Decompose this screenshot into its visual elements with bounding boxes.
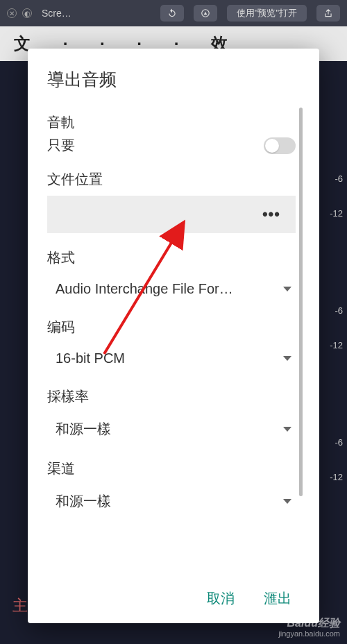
file-location-field[interactable]: •••: [47, 196, 296, 233]
dialog-title: 導出音频: [47, 68, 303, 91]
track-label: 音軌: [47, 113, 296, 132]
track-only-toggle[interactable]: [264, 137, 296, 154]
track-only-label: 只要: [47, 136, 75, 155]
export-audio-dialog: 導出音频 音軌 只要 文件位置 ••• 格式 Audio Interchange…: [28, 49, 319, 623]
window-title: Scre…: [42, 8, 71, 19]
channels-label: 渠道: [47, 459, 296, 478]
channels-value: 和源一樣: [56, 492, 283, 511]
chevron-down-icon: [283, 427, 291, 432]
watermark: Baidu经验 jingyan.baidu.com: [278, 616, 340, 638]
toolbar-markup-button[interactable]: [194, 5, 217, 22]
close-window-icon[interactable]: ✕: [7, 8, 17, 18]
channels-dropdown[interactable]: 和源一樣: [47, 482, 296, 516]
format-value: Audio Interchange File For…: [56, 281, 283, 297]
rotate-icon: [167, 8, 177, 18]
chevron-down-icon: [283, 499, 291, 504]
watermark-brand: Baidu经验: [278, 616, 340, 629]
browse-dots-icon[interactable]: •••: [262, 205, 280, 223]
encoding-label: 编码: [47, 318, 296, 337]
chevron-down-icon: [283, 287, 291, 291]
samplerate-value: 和源一樣: [56, 420, 283, 439]
samplerate-label: 採樣率: [47, 387, 296, 406]
encoding-dropdown[interactable]: 16-bit PCM: [47, 341, 296, 372]
share-icon: [323, 8, 333, 18]
background-ruler: -6 -12 -6 -12 -6 -12: [322, 125, 343, 602]
toolbar-rotate-button[interactable]: [160, 5, 184, 22]
dialog-body: 音軌 只要 文件位置 ••• 格式 Audio Interchange File…: [47, 108, 303, 581]
encoding-value: 16-bit PCM: [56, 350, 283, 366]
format-dropdown[interactable]: Audio Interchange File For…: [47, 271, 296, 303]
watermark-url: jingyan.baidu.com: [278, 629, 340, 638]
chevron-down-icon: [283, 356, 291, 361]
format-label: 格式: [47, 248, 296, 267]
file-location-label: 文件位置: [47, 170, 296, 189]
toolbar-share-button[interactable]: [316, 5, 340, 22]
scrollbar[interactable]: [299, 108, 303, 496]
toggle-knob: [265, 139, 279, 153]
markup-icon: [201, 8, 210, 18]
cancel-button[interactable]: 取消: [207, 589, 235, 608]
open-in-preview-button[interactable]: 使用"预览"打开: [227, 5, 307, 22]
window-control-icon[interactable]: ◐: [22, 8, 32, 18]
export-button[interactable]: 滙出: [264, 589, 291, 608]
dialog-actions: 取消 滙出: [47, 581, 303, 612]
window-toolbar: ✕ ◐ Scre… 使用"预览"打开: [0, 0, 347, 26]
background-char: 主: [12, 595, 28, 616]
samplerate-dropdown[interactable]: 和源一樣: [47, 410, 296, 444]
